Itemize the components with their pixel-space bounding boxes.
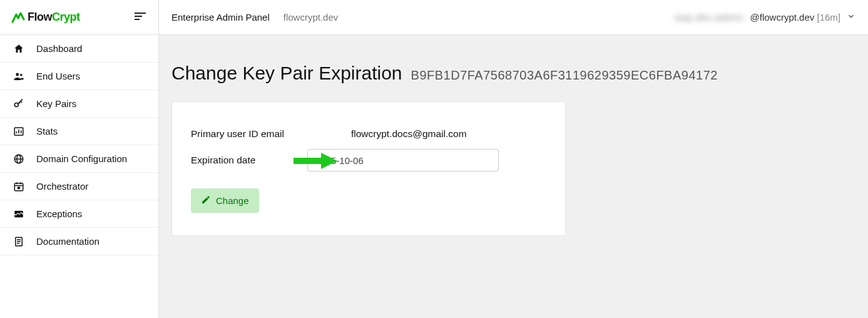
main: Enterprise Admin Panel flowcrypt.dev eap…: [159, 0, 868, 318]
sidebar-item-label: Domain Configuration: [36, 153, 127, 164]
svg-rect-22: [294, 158, 321, 164]
sidebar-item-label: Exceptions: [36, 208, 82, 219]
row-expiration: Expiration date: [191, 147, 546, 173]
key-icon: [13, 98, 25, 110]
sidebar-item-exceptions[interactable]: Exceptions: [0, 200, 158, 228]
document-icon: [13, 236, 25, 247]
row-primary-email: Primary user ID email flowcrypt.docs@gma…: [191, 121, 546, 147]
button-row: Change: [191, 188, 546, 213]
change-button-label: Change: [216, 195, 249, 206]
home-icon: [13, 43, 25, 54]
key-fingerprint: B9FB1D7FA7568703A6F3119629359EC6FBA94172: [411, 68, 718, 83]
svg-marker-23: [321, 153, 337, 169]
sidebar: FlowCrypt Dashboard End Users Key Pairs …: [0, 0, 159, 318]
svg-point-3: [16, 73, 19, 76]
sort-icon[interactable]: [135, 12, 147, 23]
primary-email-label: Primary user ID email: [191, 128, 351, 140]
topbar: Enterprise Admin Panel flowcrypt.dev eap…: [159, 0, 868, 35]
user-menu[interactable]: eap.dev.admin @flowcrypt.dev [16m]: [675, 12, 855, 23]
logo-mark-icon: [11, 12, 25, 23]
user-name-obscured: eap.dev.admin: [675, 12, 743, 23]
chevron-down-icon: [847, 12, 855, 23]
change-button[interactable]: Change: [191, 188, 259, 213]
svg-point-5: [14, 103, 18, 106]
sidebar-item-dashboard[interactable]: Dashboard: [0, 35, 158, 63]
user-email: @flowcrypt.dev [16m]: [750, 12, 840, 23]
topbar-left: Enterprise Admin Panel flowcrypt.dev: [171, 12, 338, 23]
sidebar-item-orchestrator[interactable]: Orchestrator: [0, 173, 158, 200]
nav: Dashboard End Users Key Pairs Stats Doma…: [0, 35, 158, 255]
svg-point-17: [18, 187, 20, 188]
sidebar-item-label: Stats: [36, 126, 58, 136]
page-title: Change Key Pair Expiration: [171, 63, 402, 84]
logo[interactable]: FlowCrypt: [11, 11, 80, 24]
app-title: Enterprise Admin Panel: [171, 12, 270, 23]
content: Change Key Pair Expiration B9FB1D7FA7568…: [159, 35, 868, 251]
people-icon: [13, 71, 25, 82]
form-card: Primary user ID email flowcrypt.docs@gma…: [171, 101, 566, 236]
calendar-icon: [13, 181, 25, 192]
sidebar-item-domain-config[interactable]: Domain Configuration: [0, 145, 158, 173]
logo-text: FlowCrypt: [28, 11, 80, 24]
svg-point-4: [20, 73, 23, 76]
sidebar-item-label: Orchestrator: [36, 181, 88, 192]
stats-icon: [13, 126, 25, 137]
sidebar-item-stats[interactable]: Stats: [0, 118, 158, 145]
sidebar-item-end-users[interactable]: End Users: [0, 63, 158, 90]
globe-icon: [13, 153, 25, 165]
sidebar-item-label: Dashboard: [36, 43, 82, 54]
sidebar-item-key-pairs[interactable]: Key Pairs: [0, 90, 158, 118]
sidebar-item-documentation[interactable]: Documentation: [0, 228, 158, 255]
primary-email-value: flowcrypt.docs@gmail.com: [351, 128, 467, 140]
sidebar-header: FlowCrypt: [0, 0, 158, 35]
sidebar-item-label: Documentation: [36, 236, 100, 247]
sidebar-item-label: Key Pairs: [36, 98, 76, 109]
sidebar-item-label: End Users: [36, 71, 80, 81]
app-domain: flowcrypt.dev: [283, 12, 339, 23]
edit-icon: [201, 195, 211, 207]
broken-image-icon: [13, 208, 25, 220]
page-heading: Change Key Pair Expiration B9FB1D7FA7568…: [171, 63, 855, 84]
